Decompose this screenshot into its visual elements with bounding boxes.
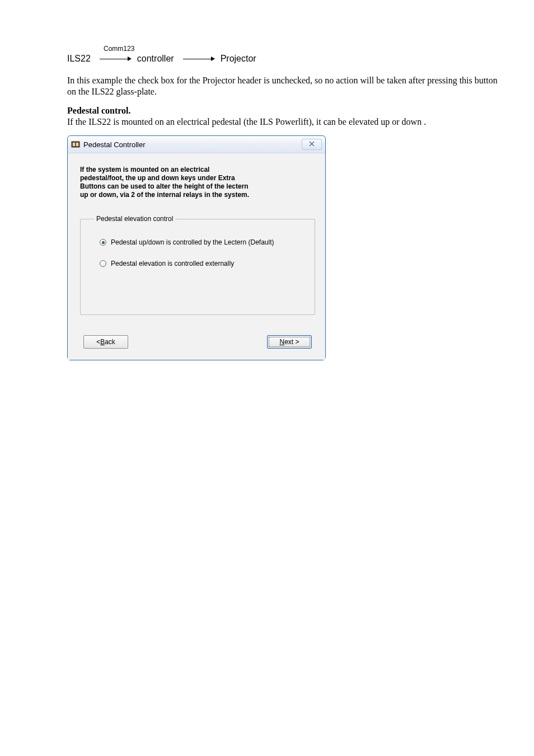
radio-label: Pedestal elevation is controlled externa…: [111, 260, 234, 267]
flow-node-ils22: ILS22: [67, 54, 91, 64]
radio-option-external[interactable]: Pedestal elevation is controlled externa…: [100, 260, 307, 267]
svg-rect-1: [73, 143, 75, 146]
arrow-icon: [100, 57, 132, 61]
body-paragraph-2: If the ILS22 is mounted on an electrical…: [67, 117, 426, 126]
dialog-titlebar[interactable]: Pedestal Controller: [68, 136, 325, 153]
arrow-icon: [183, 57, 215, 61]
dialog-info-text: If the system is mounted on an electrica…: [80, 166, 315, 199]
app-icon: [71, 140, 80, 149]
flow-node-projector: Projector: [221, 54, 256, 64]
radio-label: Pedestal up/down is controlled by the Le…: [111, 238, 274, 246]
back-button-prefix: <: [96, 338, 100, 346]
body-section: Pedestal control. If the ILS22 is mounte…: [67, 105, 500, 128]
section-heading-pedestal-control: Pedestal control.: [67, 106, 130, 115]
flow-comm-label: Comm123: [104, 45, 500, 53]
body-paragraph-1: In this example the check box for the Pr…: [67, 75, 500, 97]
dialog-info-line: up or down, via 2 of the internal relays…: [80, 191, 249, 199]
radio-icon: [100, 239, 106, 246]
pedestal-controller-dialog: Pedestal Controller If the system is mou…: [67, 135, 326, 360]
groupbox-legend: Pedestal elevation control: [94, 215, 175, 223]
dialog-info-line: pedestal/foot, the up and down keys unde…: [80, 174, 235, 182]
next-button-mnemonic: N: [279, 338, 284, 346]
back-button-mnemonic: B: [100, 338, 105, 346]
pedestal-elevation-groupbox: Pedestal elevation control Pedestal up/d…: [80, 215, 315, 315]
radio-icon: [100, 260, 106, 267]
next-button[interactable]: Next >: [267, 335, 312, 349]
dialog-info-line: Buttons can be used to alter the height …: [80, 182, 249, 190]
close-icon: [309, 141, 315, 148]
svg-rect-2: [76, 143, 78, 146]
back-button[interactable]: < Back: [83, 335, 128, 349]
dialog-info-line: If the system is mounted on an electrica…: [80, 166, 209, 173]
flow-diagram: Comm123 ILS22 controller Projector: [67, 45, 500, 64]
dialog-title: Pedestal Controller: [83, 140, 146, 149]
close-button[interactable]: [302, 139, 322, 150]
back-button-suffix: ack: [105, 338, 115, 346]
next-button-suffix: ext >: [284, 338, 299, 346]
radio-option-lectern-default[interactable]: Pedestal up/down is controlled by the Le…: [100, 238, 307, 246]
flow-node-controller: controller: [137, 54, 174, 64]
